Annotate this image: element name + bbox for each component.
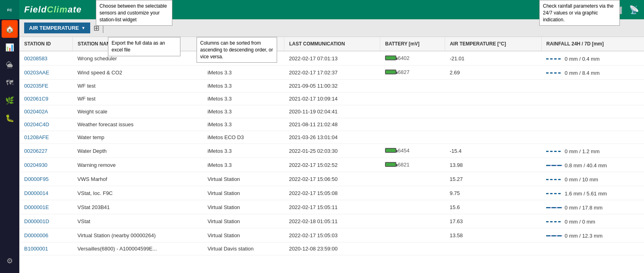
station-name-cell: Water temp	[72, 131, 203, 144]
app-logo: FieldClimate	[24, 4, 82, 15]
rain-bar: 0 mm / 1.2 mm	[546, 148, 600, 154]
station-name-cell: Warning remove	[72, 158, 203, 172]
air-temp-cell	[445, 131, 541, 144]
battery-cell	[380, 186, 445, 200]
last-comm-cell: 2021-08-11 21:02:48	[284, 118, 380, 131]
last-comm-cell: 2021-09-05 11:00:32	[284, 80, 380, 92]
battery-rect-icon	[385, 55, 396, 60]
air-temp-cell: 13.58	[445, 228, 541, 242]
air-temp-cell: 15.27	[445, 172, 541, 186]
battery-cell	[380, 172, 445, 186]
rainfall-cell	[541, 131, 644, 144]
table-row: 002061C9WF testiMetos 3.32021-02-17 10:0…	[19, 92, 644, 105]
sidebar-item-pest[interactable]: 🐛	[0, 109, 19, 127]
station-id-link[interactable]: D0000F95	[24, 176, 49, 182]
station-id-link[interactable]: 002035FE	[24, 83, 48, 89]
station-id-link[interactable]: B1000001	[24, 246, 48, 252]
battery-rect-icon	[385, 148, 396, 153]
rainfall-value: 0 mm / 10 mm	[565, 177, 598, 183]
station-id-link[interactable]: 0020402A	[24, 109, 48, 115]
battery-cell	[380, 214, 445, 228]
col-station-id[interactable]: STATION ID	[19, 37, 72, 51]
station-id-cell: B1000001	[19, 242, 72, 255]
station-id-cell: 00206227	[19, 144, 72, 158]
last-comm-cell: 2022-02-17 07:01:13	[284, 51, 380, 66]
station-id-link[interactable]: 00203AAE	[24, 70, 49, 76]
rain-line-icon	[546, 207, 562, 208]
station-id-link[interactable]: 00206227	[24, 148, 48, 154]
rainfall-value: 0 mm / 8.4 mm	[565, 70, 600, 76]
rainfall-cell	[541, 80, 644, 92]
rain-line-icon	[546, 58, 562, 60]
sidebar-item-home[interactable]: 🏠	[2, 20, 18, 38]
last-comm-cell: 2021-03-26 13:01:04	[284, 131, 380, 144]
battery-rect-icon	[385, 70, 396, 74]
rain-line-icon	[546, 193, 562, 194]
sidebar-item-plant[interactable]: 🌿	[0, 92, 19, 109]
station-id-link[interactable]: D000001D	[24, 218, 49, 224]
sidebar-item-chart[interactable]: 📊	[0, 39, 19, 56]
rainfall-value: 0 mm / 12.3 mm	[565, 233, 603, 239]
air-temp-cell: 9.75	[445, 186, 541, 200]
col-rainfall[interactable]: RAINFALL 24H / 7D [mm]	[541, 37, 644, 51]
station-id-cell: D0000F95	[19, 172, 72, 186]
station-name-cell: Wind speed & CO2	[72, 66, 203, 80]
station-id-link[interactable]: 00204C4D	[24, 121, 49, 127]
station-id-link[interactable]: 00208583	[24, 55, 48, 62]
device-type-cell: Virtual Station	[203, 186, 284, 200]
table-row: 002035FEWF testiMetos 3.32021-09-05 11:0…	[19, 80, 644, 92]
map-icon: 🗺	[6, 79, 13, 87]
air-temp-dropdown[interactable]: AIR TEMPERATURE ▼	[24, 23, 90, 33]
wifi-icon[interactable]: 📡	[629, 5, 639, 14]
station-id-cell: 002061C9	[19, 92, 72, 105]
air-temp-cell: 13.98	[445, 158, 541, 172]
rainfall-value: 1.6 mm / 5.61 mm	[565, 191, 607, 197]
last-comm-cell: 2022-02-18 01:05:11	[284, 214, 380, 228]
weather-icon: 🌦	[6, 61, 13, 70]
stations-table-wrapper: STATION ID STATION NAME ↓ DEVICE TYPE LA…	[19, 37, 644, 273]
rain-line-icon	[546, 72, 562, 74]
sidebar-item-weather[interactable]: 🌦	[0, 56, 19, 74]
tooltip-sensors-text: Choose between the selectable sensors an…	[99, 3, 167, 23]
station-id-link[interactable]: D0000006	[24, 232, 48, 238]
station-name-cell: WF test	[72, 92, 203, 105]
battery-cell	[380, 242, 445, 255]
station-name-cell: Weather forecast issues	[72, 118, 203, 131]
sidebar: FC 🏠 📊 🌦 🗺 🌿 🐛 ⚙	[0, 0, 19, 273]
device-type-cell: iMetos 3.3	[203, 80, 284, 92]
last-comm-cell: 2022-02-17 15:06:50	[284, 172, 380, 186]
station-id-link[interactable]: 01208AFE	[24, 134, 49, 140]
table-row: D000001DVStatVirtual Station2022-02-18 0…	[19, 214, 644, 228]
last-comm-cell: 2022-02-17 15:05:11	[284, 200, 380, 214]
rainfall-value: 0.8 mm / 40.4 mm	[565, 162, 607, 168]
col-battery[interactable]: BATTERY [mV]	[380, 37, 445, 51]
home-icon: 🏠	[5, 25, 14, 33]
battery-cell: 6402	[380, 51, 445, 66]
device-type-cell: iMetos 3.3	[203, 158, 284, 172]
station-id-link[interactable]: D000001E	[24, 204, 49, 210]
station-id-link[interactable]: 00204930	[24, 162, 48, 168]
air-temp-cell	[445, 242, 541, 255]
last-comm-cell: 2020-11-19 02:04:41	[284, 105, 380, 118]
battery-cell: 6827	[380, 66, 445, 80]
station-id-link[interactable]: D0000014	[24, 190, 48, 196]
device-type-cell: iMetos 3.3	[203, 118, 284, 131]
station-name-cell: VStat, loc. F9C	[72, 186, 203, 200]
col-air-temp[interactable]: AIR TEMPERATURE [°C]	[445, 37, 541, 51]
table-row: 00206227Water DepthiMetos 3.32022-01-25 …	[19, 144, 644, 158]
col-last-comm[interactable]: LAST COMMUNICATION	[284, 37, 380, 51]
air-temp-cell	[445, 92, 541, 105]
station-id-link[interactable]: 002061C9	[24, 96, 48, 102]
battery-cell	[380, 92, 445, 105]
last-comm-cell: 2020-12-08 23:59:00	[284, 242, 380, 255]
air-temp-cell: -15.4	[445, 144, 541, 158]
battery-rect-icon	[385, 162, 396, 167]
sidebar-item-settings[interactable]: ⚙	[0, 252, 19, 270]
rainfall-cell: 0 mm / 0.4 mm	[541, 51, 644, 66]
table-row: D000001EVStat 203B41Virtual Station2022-…	[19, 200, 644, 214]
rainfall-cell: 1.6 mm / 5.61 mm	[541, 186, 644, 200]
station-id-cell: D000001E	[19, 200, 72, 214]
sidebar-item-map[interactable]: 🗺	[0, 74, 19, 92]
rain-bar: 0.8 mm / 40.4 mm	[546, 162, 607, 168]
last-comm-cell: 2022-02-17 15:02:52	[284, 158, 380, 172]
